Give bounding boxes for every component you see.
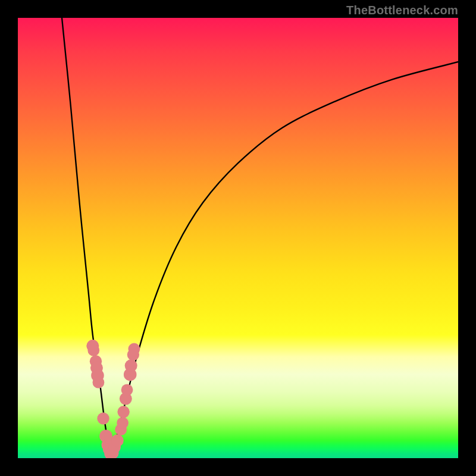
data-marker [93, 377, 105, 389]
chart-frame: TheBottleneck.com [0, 0, 476, 476]
data-marker [111, 434, 124, 447]
data-marker [128, 343, 140, 355]
data-marker [125, 359, 137, 372]
data-marker [87, 345, 99, 356]
right-branch-path [110, 62, 458, 458]
left-branch-path [62, 18, 110, 458]
data-marker [117, 406, 129, 418]
watermark-text: TheBottleneck.com [346, 4, 458, 17]
data-markers [86, 340, 140, 458]
data-marker [117, 417, 129, 429]
plot-area [18, 18, 458, 458]
curve-layer [18, 18, 458, 458]
data-marker [97, 412, 109, 424]
data-marker [121, 384, 133, 396]
